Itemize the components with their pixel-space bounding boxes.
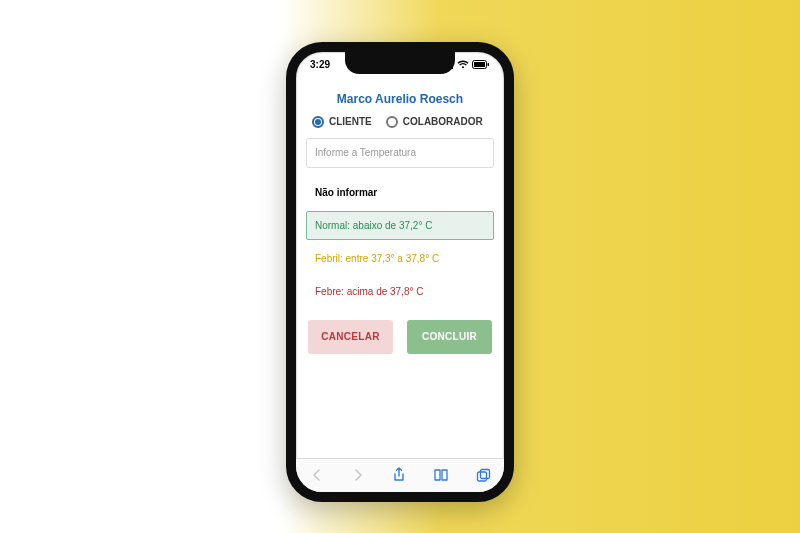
temperature-placeholder: Informe a Temperatura bbox=[315, 147, 416, 158]
tabs-icon[interactable] bbox=[476, 468, 491, 483]
status-time: 3:29 bbox=[310, 59, 330, 70]
option-nao-informar[interactable]: Não informar bbox=[306, 178, 494, 207]
safari-toolbar bbox=[296, 458, 504, 492]
confirm-button[interactable]: CONCLUIR bbox=[407, 320, 492, 354]
option-febril[interactable]: Febril: entre 37,3° a 37,8° C bbox=[306, 244, 494, 273]
svg-rect-1 bbox=[474, 62, 485, 67]
svg-rect-2 bbox=[488, 63, 490, 66]
radio-colaborador-label: COLABORADOR bbox=[403, 116, 483, 127]
bookmarks-icon[interactable] bbox=[433, 468, 449, 482]
phone-frame: 3:29 Marco Aurelio Roesch CLIENTE COLABO… bbox=[286, 42, 514, 502]
page-title: Marco Aurelio Roesch bbox=[306, 84, 494, 116]
radio-unchecked-icon bbox=[386, 116, 398, 128]
radio-cliente-label: CLIENTE bbox=[329, 116, 372, 127]
back-icon[interactable] bbox=[310, 468, 324, 482]
button-row: CANCELAR CONCLUIR bbox=[306, 310, 494, 364]
svg-rect-4 bbox=[480, 469, 489, 478]
cancel-button[interactable]: CANCELAR bbox=[308, 320, 393, 354]
app-screen: Marco Aurelio Roesch CLIENTE COLABORADOR… bbox=[296, 78, 504, 492]
form-content: Marco Aurelio Roesch CLIENTE COLABORADOR… bbox=[296, 78, 504, 458]
radio-colaborador[interactable]: COLABORADOR bbox=[386, 116, 483, 128]
share-icon[interactable] bbox=[392, 467, 406, 483]
temperature-input[interactable]: Informe a Temperatura bbox=[306, 138, 494, 168]
radio-cliente[interactable]: CLIENTE bbox=[312, 116, 372, 128]
battery-icon bbox=[472, 60, 490, 69]
radio-checked-icon bbox=[312, 116, 324, 128]
wifi-icon bbox=[457, 60, 469, 69]
phone-notch bbox=[345, 52, 455, 74]
option-normal[interactable]: Normal: abaixo de 37,2° C bbox=[306, 211, 494, 240]
forward-icon[interactable] bbox=[351, 468, 365, 482]
role-radio-group: CLIENTE COLABORADOR bbox=[306, 116, 494, 138]
svg-rect-3 bbox=[477, 472, 486, 481]
option-febre[interactable]: Febre: acima de 37,8° C bbox=[306, 277, 494, 306]
